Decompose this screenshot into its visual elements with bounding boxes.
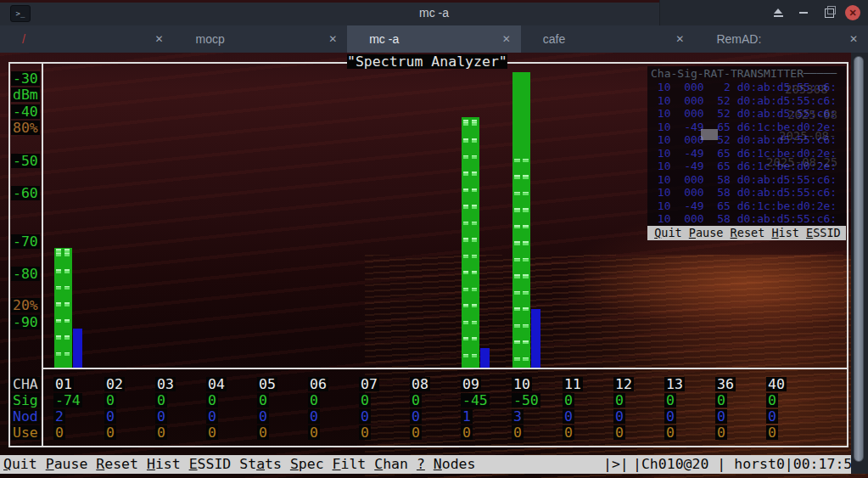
y-axis-label: -70	[11, 234, 40, 249]
overlay-header: Cha-Sig-RAT-TRANSMITTER─────	[651, 66, 837, 81]
scrollbar-thumb[interactable]	[854, 56, 864, 462]
table-row-label-nod: Nod	[11, 409, 40, 424]
nod-value-ch08: 0	[410, 409, 422, 424]
nod-value-ch36: 0	[715, 409, 727, 424]
channel-label-ch09: 09	[461, 377, 481, 391]
hotkey-letter: P	[46, 456, 54, 472]
status-menu-item-spec[interactable]: Spec	[290, 456, 324, 472]
overlay-menu-item-pause[interactable]: Pause	[689, 226, 724, 239]
nod-value-ch12: 0	[613, 409, 625, 424]
overlay-menu-item-quit[interactable]: Quit	[654, 226, 682, 239]
minimize-button[interactable]	[791, 0, 816, 25]
hotkey-letter: R	[96, 456, 104, 472]
use-value-ch10: 0	[512, 425, 524, 440]
status-menu-item-essid[interactable]: ESSID	[189, 456, 232, 472]
eject-icon	[774, 8, 782, 14]
status-menu-item-chan[interactable]: Chan	[374, 456, 408, 472]
status-menu-item-hist[interactable]: Hist	[147, 456, 181, 472]
use-value-ch07: 0	[359, 425, 371, 440]
hotkey-letter: Q	[654, 226, 661, 239]
scrollbar[interactable]	[851, 53, 868, 474]
use-value-ch13: 0	[664, 425, 676, 440]
tab-label: RemAD:	[716, 32, 843, 46]
tab-label: mocp	[196, 32, 322, 46]
use-value-ch05: 0	[257, 425, 269, 440]
ghost-text: 2025-08-	[779, 129, 836, 143]
y-axis-label: -40	[11, 104, 40, 119]
sig-value-ch09: -45	[461, 393, 490, 408]
status-menu-item-[interactable]: ?	[417, 456, 425, 472]
status-menu-item-pause[interactable]: Pause	[46, 456, 88, 472]
ghost-cursor	[701, 129, 718, 140]
rollup-button[interactable]	[765, 0, 791, 25]
minimize-icon	[799, 12, 808, 14]
status-pager: |>|	[603, 455, 629, 474]
nod-value-ch03: 0	[155, 409, 167, 424]
ghost-text: 2025-08-25	[766, 155, 837, 169]
sig-value-ch03: 0	[155, 393, 167, 408]
status-menu: Quit Pause Reset Hist ESSID Stats Spec F…	[3, 455, 476, 474]
hotkey-letter: C	[374, 456, 383, 472]
sig-value-ch11: 0	[563, 393, 574, 408]
tab-mocp[interactable]: mocp✕	[174, 25, 348, 53]
overlay-row: 10 -49 65 d6:1c:be:d0:2e:	[651, 200, 837, 213]
y-axis-label: 20%	[11, 298, 40, 312]
hotkey-letter: E	[189, 456, 198, 472]
axis-separator-line	[42, 62, 43, 446]
tab-bar: /✕mocp✕mc -a✕cafe✕RemAD:✕	[0, 25, 868, 53]
tab-close-icon[interactable]: ✕	[849, 33, 858, 45]
tab-close-icon[interactable]: ✕	[155, 33, 164, 45]
nod-value-ch13: 0	[664, 409, 676, 424]
hotkey-letter: F	[333, 456, 341, 472]
hotkey-letter: E	[806, 226, 813, 239]
overlay-row: 10 000 58 d0:ab:d5:55:c6:	[651, 186, 837, 200]
sig-value-ch08: 0	[410, 393, 422, 408]
overlay-menu-item-essid[interactable]: ESSID	[806, 226, 841, 239]
y-axis-label: -50	[11, 154, 40, 168]
hotkey-letter: N	[434, 456, 442, 472]
tab-mca[interactable]: mc -a✕	[347, 25, 521, 53]
channel-label-ch01: 01	[53, 377, 74, 391]
status-menu-item-quit[interactable]: Quit	[3, 456, 37, 472]
window-titlebar: >_ mc -a ✕	[0, 0, 868, 25]
hotkey-letter: H	[771, 226, 778, 239]
channel-label-ch10: 10	[512, 377, 532, 391]
status-menu-item-stats[interactable]: Stats	[239, 456, 282, 472]
y-axis-label: 80%	[11, 121, 40, 135]
use-value-ch11: 0	[563, 425, 574, 440]
hotkey-letter: ?	[417, 456, 425, 472]
nod-value-ch05: 0	[257, 409, 269, 424]
sig-value-ch01: -74	[53, 393, 82, 408]
sig-value-ch02: 0	[104, 393, 116, 408]
overlay-header-rule: ─────	[804, 67, 837, 80]
x-axis-line	[43, 368, 847, 369]
overlay-row: 10 000 58 d0:ab:d5:55:c6:	[651, 212, 837, 226]
terminal-screen: "Spectrum Analyzer" -30dBm-4080%-50-60-7…	[0, 53, 868, 478]
hotkey-letter: P	[689, 226, 696, 239]
overlay-menu-item-reset[interactable]: Reset	[731, 226, 765, 239]
tab-close-icon[interactable]: ✕	[502, 33, 511, 45]
tab-remad[interactable]: RemAD:✕	[694, 25, 868, 53]
close-button[interactable]: ✕	[840, 0, 865, 25]
tab-close-icon[interactable]: ✕	[675, 33, 684, 45]
channel-label-ch05: 05	[257, 377, 277, 391]
status-menu-item-reset[interactable]: Reset	[96, 456, 138, 472]
channel-label-ch08: 08	[410, 377, 430, 391]
tab-close-icon[interactable]: ✕	[328, 33, 337, 45]
tab-[interactable]: /✕	[0, 25, 174, 53]
overlay-menu-item-hist[interactable]: Hist	[771, 226, 799, 239]
sig-value-ch13: 0	[664, 393, 676, 408]
use-value-ch40: 0	[766, 425, 778, 440]
use-value-ch12: 0	[613, 425, 625, 440]
nod-value-ch06: 0	[308, 409, 320, 424]
nod-value-ch07: 0	[359, 409, 371, 424]
nod-value-ch04: 0	[206, 409, 218, 424]
spectrum-title: "Spectrum Analyzer"	[347, 54, 507, 69]
sig-value-ch05: 0	[257, 393, 269, 408]
y-axis-label: -90	[11, 315, 40, 329]
status-menu-item-filt[interactable]: Filt	[333, 456, 367, 472]
tab-cafe[interactable]: cafe✕	[521, 25, 695, 53]
status-menu-item-nodes[interactable]: Nodes	[434, 456, 476, 472]
restore-button[interactable]	[816, 0, 842, 25]
nod-value-ch11: 0	[563, 409, 574, 424]
